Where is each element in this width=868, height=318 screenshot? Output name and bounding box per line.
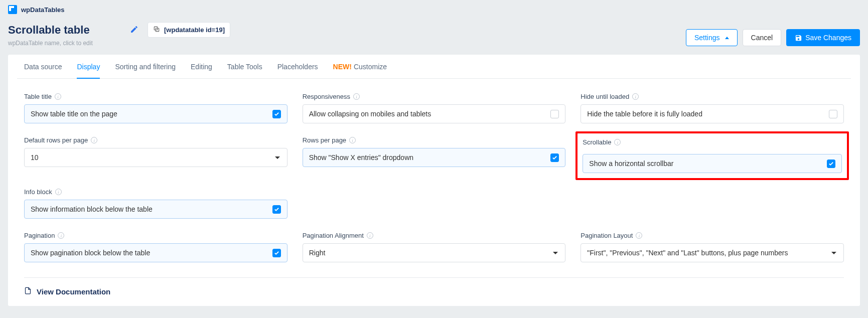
- pagination-layout-value: "First", "Previous", "Next" and "Last" b…: [587, 249, 788, 257]
- settings-label: Settings: [694, 34, 720, 42]
- save-icon: [795, 34, 802, 42]
- checkbox-table-title[interactable]: [272, 110, 281, 118]
- info-icon[interactable]: i: [55, 93, 61, 100]
- cancel-label: Cancel: [751, 34, 773, 42]
- info-icon[interactable]: i: [636, 232, 642, 239]
- pagination-text: Show pagination block below the table: [31, 249, 150, 257]
- responsiveness-text: Allow collapsing on mobiles and tablets: [309, 110, 431, 118]
- new-badge: NEW!: [333, 63, 352, 71]
- info-icon[interactable]: i: [58, 232, 64, 239]
- view-documentation-link[interactable]: View Documentation: [17, 287, 851, 296]
- checkbox-info-block[interactable]: [272, 205, 281, 214]
- pagination-align-value: Right: [309, 249, 326, 257]
- docs-label: View Documentation: [37, 287, 110, 296]
- info-icon[interactable]: i: [55, 189, 62, 195]
- field-hide-until: Hide until loaded i Hide the table befor…: [581, 93, 844, 123]
- field-info-block: Info block i Show information block belo…: [24, 188, 287, 219]
- copy-icon: [153, 26, 160, 34]
- control-responsiveness[interactable]: Allow collapsing on mobiles and tablets: [303, 104, 566, 123]
- info-icon[interactable]: i: [349, 137, 356, 143]
- label-rows-per-page: Rows per page i: [303, 136, 566, 144]
- customize-label: Customize: [354, 63, 387, 71]
- actions-row: Settings Cancel Save Changes: [686, 29, 860, 46]
- chevron-up-icon: [725, 37, 729, 39]
- table-title-text: Show table title on the page: [31, 110, 117, 118]
- control-table-title[interactable]: Show table title on the page: [24, 104, 287, 123]
- label-info-block: Info block i: [24, 188, 287, 196]
- edit-title-icon[interactable]: [130, 25, 138, 35]
- label-pagination: Pagination i: [24, 232, 287, 239]
- field-scrollable: Scrollable i Show a horizontal scrollbar: [583, 138, 842, 173]
- document-icon: [24, 287, 32, 296]
- save-label: Save Changes: [805, 34, 851, 42]
- info-icon[interactable]: i: [632, 93, 639, 100]
- hide-until-text: Hide the table before it is fully loaded: [587, 110, 702, 118]
- field-rows-per-page: Rows per page i Show "Show X entries" dr…: [303, 136, 566, 175]
- tab-customize[interactable]: NEW!Customize: [333, 63, 387, 78]
- tab-table-tools[interactable]: Table Tools: [227, 63, 262, 78]
- field-pagination-layout: Pagination Layout i "First", "Previous",…: [581, 232, 844, 262]
- field-pagination-align: Pagination Alignment i Right: [303, 232, 566, 262]
- field-responsiveness: Responsiveness i Allow collapsing on mob…: [303, 93, 566, 123]
- tab-sorting[interactable]: Sorting and filtering: [115, 63, 176, 78]
- checkbox-responsiveness[interactable]: [550, 110, 559, 118]
- tab-placeholders[interactable]: Placeholders: [277, 63, 318, 78]
- scrollable-highlight: Scrollable i Show a horizontal scrollbar: [575, 131, 849, 180]
- brand-logo-icon: [8, 5, 17, 14]
- rows-per-page-text: Show "Show X entries" dropdown: [309, 153, 413, 162]
- field-table-title: Table title i Show table title on the pa…: [24, 93, 287, 123]
- settings-panel: Data source Display Sorting and filterin…: [8, 55, 860, 306]
- control-scrollable[interactable]: Show a horizontal scrollbar: [583, 154, 842, 173]
- checkbox-pagination[interactable]: [272, 249, 281, 257]
- info-icon[interactable]: i: [353, 93, 360, 100]
- checkbox-rows-per-page[interactable]: [550, 153, 559, 162]
- label-table-title: Table title i: [24, 93, 287, 100]
- label-default-rows: Default rows per page i: [24, 136, 287, 144]
- checkbox-scrollable[interactable]: [827, 160, 835, 168]
- info-icon[interactable]: i: [91, 137, 97, 143]
- field-default-rows: Default rows per page i 10: [24, 136, 287, 175]
- shortcode-text: [wpdatatable id=19]: [164, 26, 225, 34]
- control-info-block[interactable]: Show information block below the table: [24, 200, 287, 219]
- scrollable-text: Show a horizontal scrollbar: [589, 160, 673, 168]
- brand-bar: wpDataTables: [0, 0, 868, 19]
- brand-name: wpDataTables: [21, 6, 64, 14]
- select-pagination-layout[interactable]: "First", "Previous", "Next" and "Last" b…: [581, 243, 844, 262]
- settings-grid: Table title i Show table title on the pa…: [17, 79, 851, 262]
- control-hide-until[interactable]: Hide the table before it is fully loaded: [581, 104, 844, 123]
- label-pagination-align: Pagination Alignment i: [303, 232, 566, 239]
- default-rows-value: 10: [31, 153, 39, 162]
- label-scrollable: Scrollable i: [583, 138, 842, 146]
- settings-button[interactable]: Settings: [686, 29, 738, 46]
- info-icon[interactable]: i: [614, 139, 621, 145]
- page-title[interactable]: Scrollable table: [8, 24, 121, 37]
- label-responsiveness: Responsiveness i: [303, 93, 566, 100]
- tab-data-source[interactable]: Data source: [24, 63, 62, 78]
- label-hide-until: Hide until loaded i: [581, 93, 844, 100]
- tab-editing[interactable]: Editing: [191, 63, 212, 78]
- tabs: Data source Display Sorting and filterin…: [17, 55, 851, 79]
- shortcode-box[interactable]: [wpdatatable id=19]: [148, 22, 230, 38]
- cancel-button[interactable]: Cancel: [743, 29, 782, 46]
- divider: [24, 277, 844, 278]
- save-button[interactable]: Save Changes: [786, 29, 860, 46]
- select-pagination-align[interactable]: Right: [303, 243, 566, 262]
- select-default-rows[interactable]: 10: [24, 148, 287, 167]
- tab-display[interactable]: Display: [77, 63, 100, 79]
- label-pagination-layout: Pagination Layout i: [581, 232, 844, 239]
- control-rows-per-page[interactable]: Show "Show X entries" dropdown: [303, 148, 566, 167]
- checkbox-hide-until[interactable]: [829, 110, 837, 118]
- field-pagination: Pagination i Show pagination block below…: [24, 232, 287, 262]
- info-icon[interactable]: i: [367, 232, 373, 239]
- info-block-text: Show information block below the table: [31, 205, 153, 213]
- control-pagination[interactable]: Show pagination block below the table: [24, 243, 287, 262]
